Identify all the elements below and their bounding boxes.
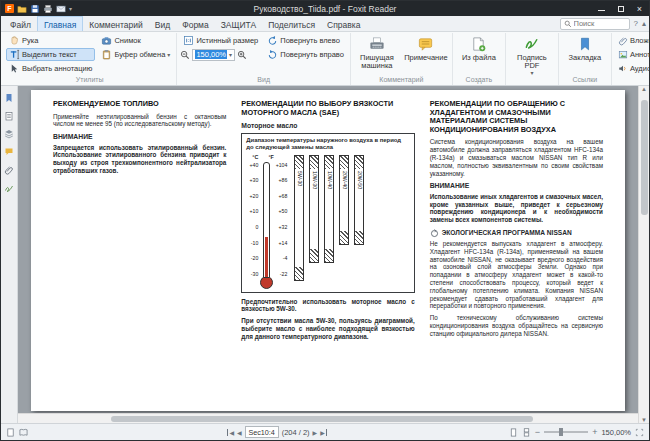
zoom-slider[interactable] (544, 431, 588, 433)
zoom-in-icon[interactable] (237, 50, 247, 60)
actual-size-button[interactable]: Истинный размер (180, 34, 261, 47)
print-icon[interactable] (43, 4, 53, 14)
attach-file-button[interactable]: Вложенный файл (615, 34, 650, 47)
from-file-button[interactable]: Из файла (456, 34, 502, 62)
title-bar: F ▾ Руководство_Tiida.pdf - Foxit Reader… (1, 1, 649, 16)
clipboard-label: Буфер обмена (114, 50, 165, 59)
layers-panel-icon[interactable] (4, 129, 14, 139)
zoom-slider-thumb[interactable] (559, 428, 563, 436)
snapshot-button[interactable]: Снимок (98, 34, 173, 47)
ribbon-tab-bar: Файл Главная Комментарий Вид Форма ЗАЩИТ… (1, 16, 649, 32)
bookmarks-panel-icon[interactable] (4, 93, 14, 103)
fullscreen-icon[interactable] (635, 428, 644, 437)
minimize-button[interactable] (592, 1, 611, 16)
save-icon[interactable] (30, 4, 40, 14)
document-area[interactable]: РЕКОМЕНДУЕМОЕ ТОПЛИВО Применяйте неэтили… (18, 86, 638, 423)
image-annotation-button[interactable]: Аннотация к изображению (615, 48, 650, 61)
note-icon (417, 36, 435, 53)
paperclip-icon (618, 36, 628, 46)
select-text-button[interactable]: Выделить текст (6, 48, 95, 61)
oil-bars: 5W-3010W-3010W-4020W-4020W-50 (294, 154, 364, 281)
rotate-right-button[interactable]: Повернуть вправо (264, 48, 347, 61)
help-icon[interactable]: ? (634, 19, 638, 28)
vertical-scrollbar[interactable]: ▲ ▼ (638, 86, 649, 423)
last-page-button[interactable]: ▶ (320, 429, 327, 436)
zoom-percent-label: 150,00% (601, 428, 631, 437)
ribbon: Рука Выделить текст Выбрать аннотацию Сн… (1, 32, 649, 86)
reading-mode-icon[interactable] (19, 428, 28, 437)
column-refrigerant: РЕКОМЕНДАЦИИ ПО ОБРАЩЕНИЮ С ХЛАДАГЕНТОМ … (430, 100, 603, 403)
close-button[interactable]: × (630, 1, 649, 16)
previous-page-button[interactable]: ◀ (237, 429, 242, 436)
maximize-button[interactable] (611, 1, 630, 16)
zoom-combobox[interactable]: 150,00% ▾ (192, 49, 235, 61)
pdf-sign-label: Подпись PDF (509, 54, 555, 70)
ribbon-group-links: Закладка Ссылки (559, 33, 612, 85)
foxit-logo: F (5, 4, 14, 13)
tab-view[interactable]: Вид (149, 16, 176, 31)
select-annotation-label: Выбрать аннотацию (22, 64, 92, 73)
zoom-out-icon[interactable] (180, 50, 190, 60)
horizontal-scrollbar-thumb[interactable] (111, 416, 533, 422)
comments-panel-icon[interactable] (4, 147, 14, 157)
vertical-scrollbar-thumb[interactable] (641, 100, 648, 215)
note-label: Примечание (404, 54, 447, 62)
ribbon-group-comment: Пишущая машинка Примечание Комментарий (351, 33, 453, 85)
speaker-icon (618, 64, 628, 74)
tab-share[interactable]: Поделиться (262, 16, 321, 31)
page-navigation: ◀ ◀ (204 / 2) ▶ ▶ (227, 426, 326, 438)
celsius-unit-label: °C (252, 154, 258, 161)
ribbon-group-view: Истинный размер 150,00% ▾ Поверну (177, 33, 351, 85)
single-page-view-icon[interactable] (509, 428, 518, 437)
pages-panel-icon[interactable] (4, 111, 14, 121)
select-annotation-button[interactable]: Выбрать аннотацию (6, 62, 95, 75)
quick-access-caret-icon[interactable]: ▾ (69, 5, 72, 12)
rotate-left-button[interactable]: Повернуть влево (264, 34, 347, 47)
links-group-label: Ссылки (562, 75, 608, 85)
chevron-down-icon: ▾ (167, 51, 170, 58)
page-number-input[interactable] (245, 426, 279, 438)
insert-group-label: Вставка (615, 75, 650, 85)
clipboard-button[interactable]: Буфер обмена ▾ (98, 48, 173, 61)
continuous-view-icon[interactable] (522, 428, 531, 437)
actual-size-label: Истинный размер (196, 36, 258, 45)
note-button[interactable]: Примечание (403, 34, 449, 62)
thermometer-tube (260, 162, 273, 289)
chevron-down-icon: ▾ (229, 51, 232, 58)
tab-comment[interactable]: Комментарий (83, 16, 149, 31)
search-input[interactable] (574, 19, 626, 28)
open-file-icon[interactable] (17, 4, 27, 14)
ac-warning-paragraph: Использование иных хладагентов и смазочн… (430, 193, 603, 224)
document-properties-icon[interactable] (6, 428, 15, 437)
zoom-out-button[interactable]: − (535, 428, 540, 437)
horizontal-scrollbar[interactable] (18, 413, 638, 423)
page-count-label: (204 / 2) (282, 428, 310, 437)
zoom-in-button[interactable]: + (592, 428, 597, 437)
ac-paragraph: Система кондиционирования воздуха на ваш… (430, 138, 603, 177)
search-icon (564, 20, 572, 28)
pdf-sign-button[interactable]: Подпись PDF ▾ (509, 34, 555, 76)
attachments-panel-icon[interactable] (4, 165, 14, 175)
clipboard-icon (101, 49, 112, 60)
next-page-button[interactable]: ▶ (313, 429, 318, 436)
first-page-button[interactable]: ◀ (227, 429, 234, 436)
hand-tool-label: Рука (22, 36, 38, 45)
fuel-warning-paragraph: Запрещается использовать этилированный б… (53, 144, 226, 175)
hand-tool-button[interactable]: Рука (6, 34, 95, 47)
audio-video-button[interactable]: Аудио и видео (615, 62, 650, 75)
search-box[interactable] (560, 18, 630, 30)
tab-protect[interactable]: ЗАЩИТА (215, 16, 262, 31)
tab-form[interactable]: Форма (176, 16, 215, 31)
tab-home[interactable]: Главная (37, 16, 83, 31)
collapse-ribbon-icon[interactable]: ▴ (642, 19, 646, 28)
scroll-down-icon[interactable]: ▼ (641, 417, 647, 423)
oil-bar: 10W-30 (309, 155, 319, 263)
bookmark-button[interactable]: Закладка (562, 34, 608, 62)
oil-bar: 10W-40 (324, 155, 334, 263)
tab-help[interactable]: Справка (321, 16, 366, 31)
scroll-up-icon[interactable]: ▲ (641, 86, 647, 92)
typewriter-button[interactable]: Пишущая машинка (354, 34, 400, 70)
tab-file[interactable]: Файл (4, 16, 37, 31)
signatures-panel-icon[interactable] (4, 183, 14, 193)
email-icon[interactable] (56, 4, 66, 14)
